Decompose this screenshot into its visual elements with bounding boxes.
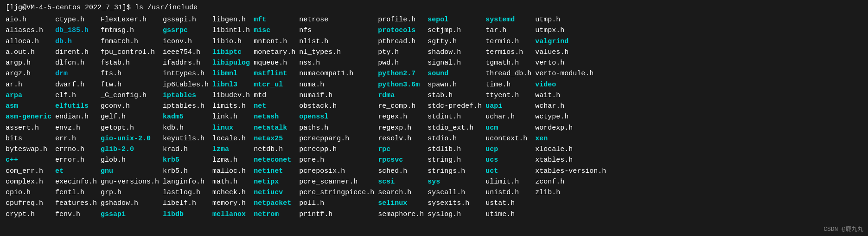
list-item: gshadow.h [101,198,159,209]
list-item: pcrecpp.h [299,144,374,155]
list-item: scsi [378,177,424,187]
list-item: time.h [485,79,531,90]
list-item: nss.h [299,58,374,68]
list-item: netiucv [254,187,295,198]
list-item: pwd.h [378,58,424,68]
list-item: strings.h [428,166,482,177]
list-item: netash [254,111,295,122]
list-item: glib-2.0 [101,144,159,155]
list-item: fstab.h [101,58,159,68]
list-item: mellanox [212,209,250,220]
list-item: aio.h [6,14,51,25]
list-item: mtd [254,90,295,101]
list-item: wordexp.h [535,123,606,133]
list-item: sgtty.h [428,36,482,47]
list-item: xen [535,133,606,144]
list-item: numa.h [299,79,374,90]
list-item: ucp [485,144,531,155]
list-item: nfs [299,25,374,36]
list-item: pcre_stringpiece.h [299,187,374,198]
list-item: libipulog [212,58,250,68]
list-item: zlib.h [535,187,606,198]
list-item: misc [254,25,295,36]
list-item: arpa [6,90,51,101]
list-item: error.h [55,155,97,165]
list-item: ieee754.h [163,47,209,58]
column-0: aio.haliases.halloca.ha.out.hargp.hargz.… [6,14,51,220]
list-item: stab.h [428,90,482,101]
column-10: utmp.hutmpx.hvalgrindvalues.hverto.hvert… [535,14,606,198]
list-item: netdb.h [254,144,295,155]
list-item: fmtmsg.h [101,25,159,36]
list-item: shadow.h [428,47,482,58]
list-item: tar.h [485,25,531,36]
list-item: pcrecpparg.h [299,133,374,144]
list-item: gnu [101,166,159,177]
list-item: netrom [254,209,295,220]
list-item: net [254,101,295,111]
list-item: stdio_ext.h [428,123,482,133]
list-item: stdio.h [428,133,482,144]
list-item: linux [212,123,250,133]
column-2: FlexLexer.hfmtmsg.hfnmatch.hfpu_control.… [101,14,159,220]
list-item: regex.h [378,111,424,122]
list-item: netipx [254,177,295,187]
list-item: iconv.h [163,36,209,47]
list-item: libintl.h [212,25,250,36]
list-item: selinux [378,198,424,209]
list-item: neteconet [254,155,295,165]
list-item: netax25 [254,133,295,144]
command-line: [ljg@VM-4-5-centos 2022_7_31]$ ls /usr/i… [6,4,862,12]
list-item: netpacket [254,198,295,209]
list-item: glob.h [101,155,159,165]
list-item: pty.h [378,47,424,58]
list-item: python2.7 [378,68,424,79]
list-item: sepol [428,14,482,25]
list-item: gssrpc [163,25,209,36]
list-item: pcre_scanner.h [299,177,374,187]
list-item: cpio.h [6,187,51,198]
list-item: c++ [6,155,51,165]
list-item: elf.h [55,90,97,101]
list-item: syslog.h [428,209,482,220]
column-3: gssapi.hgssrpciconv.hieee754.hifaddrs.hi… [163,14,209,220]
list-item: regexp.h [378,123,424,133]
list-item: libmnl [212,68,250,79]
list-item: et [55,166,97,177]
list-item: db.h [55,36,97,47]
column-8: sepolsetjmp.hsgtty.hshadow.hsignal.hsoun… [428,14,482,220]
list-item: db_185.h [55,25,97,36]
list-item: utmpx.h [535,25,606,36]
list-item: uapi [485,101,531,111]
list-item: semaphore.h [378,209,424,220]
list-item: verto.h [535,58,606,68]
list-item: gssapi [101,209,159,220]
column-1: ctype.hdb_185.hdb.hdirent.hdlfcn.hdrmdwa… [55,14,97,220]
list-item: gio-unix-2.0 [101,133,159,144]
list-item: sysexits.h [428,198,482,209]
list-item: endian.h [55,111,97,122]
column-6: netrosenfsnlist.hnl_types.hnss.hnumacomp… [299,14,374,220]
list-item: rdma [378,90,424,101]
list-item: mstflint [254,68,295,79]
list-item: fcntl.h [55,187,97,198]
list-item: stdint.h [428,111,482,122]
list-item: inttypes.h [163,68,209,79]
column-5: mftmiscmntent.hmonetary.hmqueue.hmstflin… [254,14,295,220]
list-item: ulimit.h [485,177,531,187]
list-item: gconv.h [101,101,159,111]
list-item: mft [254,14,295,25]
list-item: kadm5 [163,111,209,122]
list-item: ctype.h [55,14,97,25]
list-item: setjmp.h [428,25,482,36]
list-item: complex.h [6,177,51,187]
list-item: asm-generic [6,111,51,122]
list-item: krad.h [163,144,209,155]
list-item: xtables.h [535,155,606,165]
list-item: lzma.h [212,155,250,165]
terminal: [ljg@VM-4-5-centos 2022_7_31]$ ls /usr/i… [6,4,862,220]
list-item: utime.h [485,209,531,220]
list-item: obstack.h [299,101,374,111]
list-item: math.h [212,177,250,187]
list-item: monetary.h [254,47,295,58]
